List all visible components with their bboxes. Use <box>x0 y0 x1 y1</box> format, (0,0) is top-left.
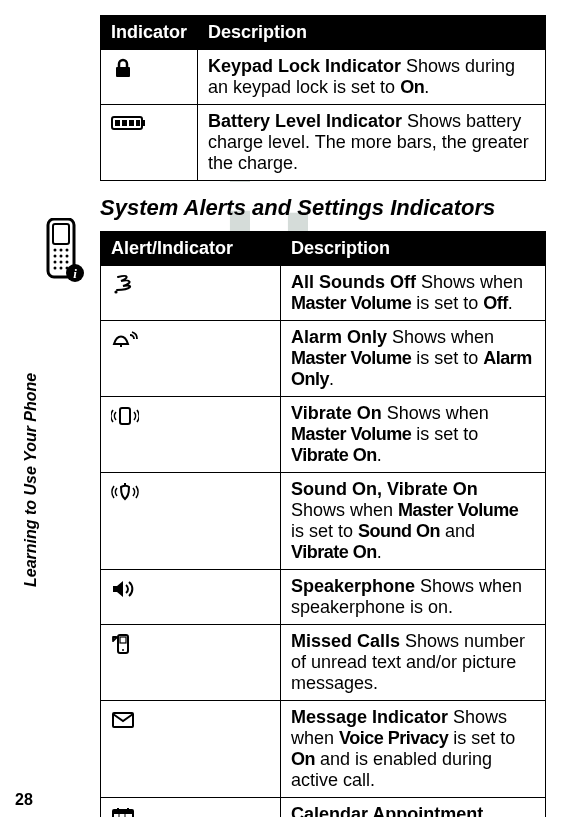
description-cell: Missed Calls Shows number of unread text… <box>281 625 546 701</box>
desc-text: Shows when <box>416 272 523 292</box>
svg-rect-24 <box>120 408 130 424</box>
sidebar-section-label: Learning to Use Your Phone <box>22 373 40 587</box>
missed-calls-icon <box>101 625 281 701</box>
description-cell: Battery Level Indicator Shows battery ch… <box>198 105 546 181</box>
svg-point-9 <box>60 261 63 264</box>
sidebar: i Learning to Use Your Phone <box>15 0 95 807</box>
table-row: All Sounds Off Shows when Master Volume … <box>101 266 546 321</box>
table1-header-indicator: Indicator <box>101 16 198 50</box>
svg-point-27 <box>122 649 124 651</box>
svg-rect-16 <box>116 67 130 77</box>
desc-text: is set to <box>411 348 483 368</box>
description-cell: Alarm Only Shows when Master Volume is s… <box>281 321 546 397</box>
desc-text: Shows when <box>291 500 398 520</box>
desc-text: is set to <box>411 293 483 313</box>
sounds-off-icon <box>101 266 281 321</box>
section-heading: System Alerts and Settings Indicators <box>100 195 546 221</box>
vibrate-on-icon <box>101 397 281 473</box>
desc-text: . <box>377 542 382 562</box>
desc-text: is set to <box>411 424 478 444</box>
setting-value: Master Volume <box>398 500 518 520</box>
indicator-title: Alarm Only <box>291 327 387 347</box>
setting-value: Vibrate On <box>291 445 377 465</box>
table2-header-description: Description <box>281 232 546 266</box>
alarm-only-icon <box>101 321 281 397</box>
description-cell: All Sounds Off Shows when Master Volume … <box>281 266 546 321</box>
setting-value: Off <box>483 293 508 313</box>
svg-point-5 <box>54 255 57 258</box>
svg-point-2 <box>54 249 57 252</box>
phone-info-icon: i <box>45 218 87 290</box>
svg-point-4 <box>66 249 69 252</box>
table-row: Message Indicator Shows when Voice Priva… <box>101 701 546 798</box>
svg-rect-18 <box>142 120 145 126</box>
description-cell: Message Indicator Shows when Voice Priva… <box>281 701 546 798</box>
indicator-title: Vibrate On <box>291 403 382 423</box>
svg-point-7 <box>66 255 69 258</box>
setting-value: On <box>400 77 424 97</box>
svg-rect-1 <box>53 224 69 244</box>
svg-rect-30 <box>113 810 133 814</box>
setting-value: Master Volume <box>291 424 411 444</box>
desc-text: . <box>424 77 429 97</box>
description-cell: Keypad Lock Indicator Shows during an ke… <box>198 50 546 105</box>
table-row: Sound On, Vibrate On Shows when Master V… <box>101 473 546 570</box>
speakerphone-icon <box>101 570 281 625</box>
setting-value: Sound On <box>358 521 440 541</box>
svg-rect-21 <box>129 120 134 126</box>
svg-rect-19 <box>115 120 120 126</box>
svg-point-11 <box>54 267 57 270</box>
svg-point-23 <box>114 290 117 293</box>
indicator-title: Calendar Appointment <box>291 804 483 817</box>
description-cell: Sound On, Vibrate On Shows when Master V… <box>281 473 546 570</box>
desc-text: is set to <box>291 521 358 541</box>
desc-text: and is enabled during active call. <box>291 749 492 790</box>
indicator-title: Missed Calls <box>291 631 400 651</box>
indicator-title: Keypad Lock Indicator <box>208 56 401 76</box>
desc-text: . <box>329 369 334 389</box>
svg-point-12 <box>60 267 63 270</box>
svg-point-3 <box>60 249 63 252</box>
svg-point-6 <box>60 255 63 258</box>
indicator-title: Battery Level Indicator <box>208 111 402 131</box>
table-row: Vibrate On Shows when Master Volume is s… <box>101 397 546 473</box>
table-row: Missed Calls Shows number of unread text… <box>101 625 546 701</box>
description-cell: Calendar Appointment Shows number of cal… <box>281 798 546 818</box>
indicator-title: Message Indicator <box>291 707 448 727</box>
svg-text:i: i <box>73 266 77 281</box>
table-row: Keypad Lock Indicator Shows during an ke… <box>101 50 546 105</box>
description-cell: Vibrate On Shows when Master Volume is s… <box>281 397 546 473</box>
sound-vibrate-icon <box>101 473 281 570</box>
desc-text: and <box>440 521 475 541</box>
lock-icon <box>101 50 198 105</box>
indicator-title: Speakerphone <box>291 576 415 596</box>
indicator-table: Indicator Description Keypad Lock Indica… <box>100 15 546 181</box>
table-row: Battery Level Indicator Shows battery ch… <box>101 105 546 181</box>
message-indicator-icon <box>101 701 281 798</box>
alerts-table: Alert/Indicator Description All Sounds O… <box>100 231 546 817</box>
setting-value: Vibrate On <box>291 542 377 562</box>
svg-point-8 <box>54 261 57 264</box>
desc-text: Shows when <box>382 403 489 423</box>
setting-value: Master Volume <box>291 293 411 313</box>
table-row: Calendar Appointment Shows number of cal… <box>101 798 546 818</box>
table-row: Alarm Only Shows when Master Volume is s… <box>101 321 546 397</box>
desc-text: . <box>508 293 513 313</box>
svg-rect-22 <box>136 120 140 126</box>
svg-rect-20 <box>122 120 127 126</box>
setting-value: Voice Privacy <box>339 728 448 748</box>
table2-header-alert: Alert/Indicator <box>101 232 281 266</box>
svg-point-10 <box>66 261 69 264</box>
indicator-title: All Sounds Off <box>291 272 416 292</box>
svg-rect-26 <box>120 637 126 643</box>
table1-header-description: Description <box>198 16 546 50</box>
description-cell: Speakerphone Shows when speakerphone is … <box>281 570 546 625</box>
desc-text: . <box>377 445 382 465</box>
desc-text: is set to <box>448 728 515 748</box>
calendar-icon <box>101 798 281 818</box>
desc-text: Shows when <box>387 327 494 347</box>
indicator-title: Sound On, Vibrate On <box>291 479 478 499</box>
setting-value: On <box>291 749 315 769</box>
table-row: Speakerphone Shows when speakerphone is … <box>101 570 546 625</box>
battery-icon <box>101 105 198 181</box>
